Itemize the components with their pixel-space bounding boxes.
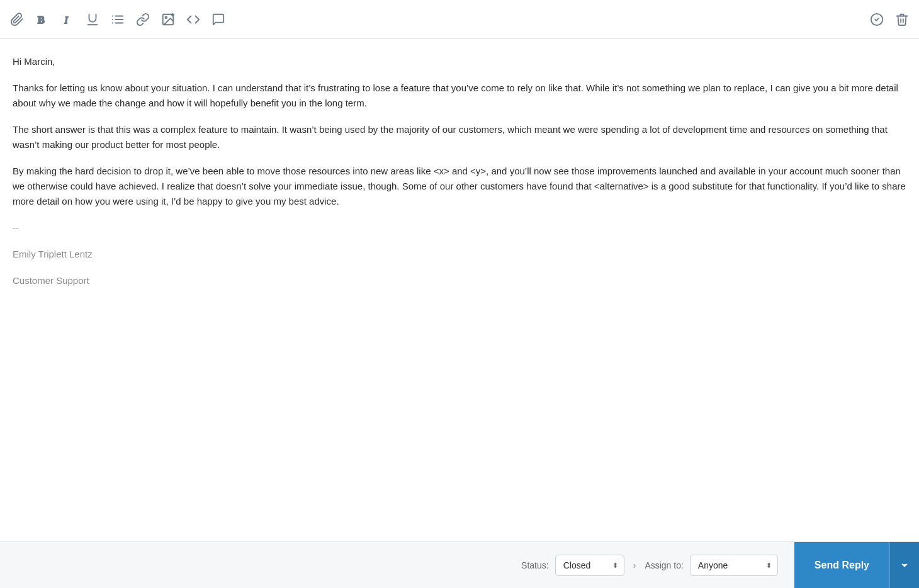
signature-name: Emily Triplett Lentz	[13, 247, 906, 262]
italic-icon[interactable]: I	[60, 13, 74, 26]
paragraph-1: Thanks for letting us know about your si…	[13, 81, 906, 111]
toolbar-right	[870, 13, 909, 26]
bold-icon[interactable]: B	[35, 13, 49, 26]
toolbar-left: B I	[10, 13, 870, 26]
send-reply-group: Send Reply	[794, 542, 919, 589]
status-group: Status: Open Closed Pending › Assign to:…	[511, 555, 788, 576]
send-reply-button[interactable]: Send Reply	[794, 542, 889, 589]
svg-text:B: B	[38, 14, 45, 26]
signature-title: Customer Support	[13, 273, 906, 288]
code-icon[interactable]	[186, 13, 200, 26]
underline-icon[interactable]	[86, 13, 99, 26]
svg-text:I: I	[64, 14, 68, 25]
status-select-wrapper: Open Closed Pending	[555, 555, 624, 576]
assign-label: Assign to:	[645, 560, 683, 570]
signature: -- Emily Triplett Lentz Customer Support	[13, 220, 906, 288]
svg-point-10	[165, 16, 167, 18]
status-label: Status:	[521, 560, 549, 570]
send-reply-dropdown-button[interactable]	[889, 542, 919, 589]
assign-select-wrapper: Anyone Me Team	[690, 555, 778, 576]
resolve-icon[interactable]	[870, 13, 884, 26]
signature-divider: --	[13, 220, 906, 235]
link-icon[interactable]	[136, 13, 150, 26]
greeting: Hi Marcin,	[13, 54, 906, 69]
image-icon[interactable]	[161, 13, 175, 26]
editor-toolbar: B I	[0, 0, 919, 39]
paragraph-2: The short answer is that this was a comp…	[13, 122, 906, 152]
list-icon[interactable]	[111, 13, 125, 26]
trash-icon[interactable]	[895, 13, 909, 26]
assign-select[interactable]: Anyone Me Team	[690, 555, 778, 576]
chevron-separator: ›	[633, 560, 636, 570]
attachment-icon[interactable]	[10, 13, 24, 26]
email-editor[interactable]: Hi Marcin, Thanks for letting us know ab…	[0, 39, 919, 541]
emoji-icon[interactable]	[211, 13, 225, 26]
bottom-bar-inner: Status: Open Closed Pending › Assign to:…	[511, 542, 919, 589]
paragraph-3: By making the hard decision to drop it, …	[13, 164, 906, 209]
bottom-bar: Status: Open Closed Pending › Assign to:…	[0, 541, 919, 588]
status-select[interactable]: Open Closed Pending	[555, 555, 624, 576]
